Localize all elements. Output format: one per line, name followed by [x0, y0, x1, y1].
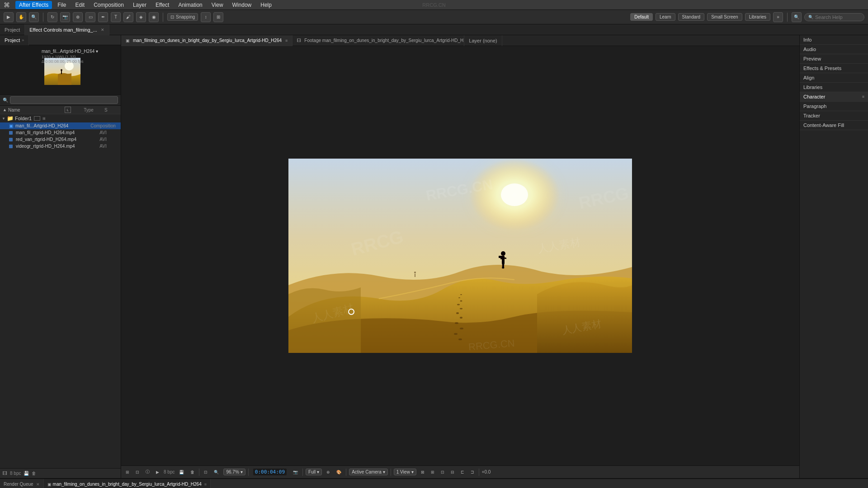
workspace-standard[interactable]: Standard	[678, 13, 705, 21]
toolbar-clone-tool[interactable]: ◈	[136, 12, 146, 22]
col-label-icon[interactable]: L	[65, 107, 71, 113]
timeline-tab-render-queue[interactable]: Render Queue ✕	[0, 479, 44, 488]
rps-align[interactable]: Align	[800, 73, 868, 83]
toolbar-brush-tool[interactable]: 🖌	[123, 12, 133, 22]
toolbar-puppet-tool[interactable]: ◉	[149, 12, 159, 22]
menu-view[interactable]: View	[208, 1, 227, 9]
file-item-mp4-1[interactable]: man_fil_rtgrid-HD_H264.mp4 AVI	[0, 129, 121, 136]
menu-help[interactable]: Help	[257, 1, 275, 9]
toolbar-text-tool[interactable]: T	[111, 12, 121, 22]
vc-color-btn[interactable]: 🎨	[335, 469, 343, 475]
rps-content-aware[interactable]: Content-Aware Fill	[800, 121, 868, 130]
rps-paragraph[interactable]: Paragraph	[800, 102, 868, 111]
project-search-input[interactable]	[10, 96, 118, 104]
rps-character[interactable]: Character ≡	[800, 92, 868, 102]
vc-view-btn6[interactable]: ⊐	[469, 469, 476, 475]
viewer-tab-comp1-close[interactable]: ≡	[285, 38, 288, 43]
toolbar-rotate-tool[interactable]: ↻	[47, 12, 57, 22]
viewer-tab-comp1[interactable]: ▣ man_filming_on_dunes_in_bright_day_by_…	[121, 35, 292, 46]
tab-effect-controls-close[interactable]: ✕	[101, 28, 104, 32]
search-help-input[interactable]	[815, 14, 860, 20]
tab-effect-controls[interactable]: Effect Controls man_filming_... ✕	[25, 24, 109, 35]
col-size-header[interactable]: S	[104, 108, 118, 113]
vc-screen-btn[interactable]: ⊡	[134, 469, 141, 475]
vc-view-btn1[interactable]: ⊠	[419, 469, 426, 475]
toolbar-pen-tool[interactable]: ✒	[98, 12, 108, 22]
vc-cache-btn[interactable]: 💾	[177, 469, 186, 475]
menu-composition[interactable]: Composition	[90, 1, 127, 9]
vc-camera-dropdown[interactable]: Active Camera ▾	[349, 469, 388, 475]
file-item-mp4-2[interactable]: red_van_rtgrid-HD_H264.mp4 AVI	[0, 136, 121, 143]
right-panel: Info Audio Preview Effects & Presets Ali…	[799, 35, 868, 478]
character-hamburger-icon[interactable]: ≡	[862, 94, 864, 99]
toolbar-extra2[interactable]: ⊞	[213, 12, 223, 22]
rps-audio[interactable]: Audio	[800, 45, 868, 54]
vc-zoom-out-btn[interactable]: 🔍	[212, 469, 221, 475]
toolbar-selection-tool[interactable]: ▶	[4, 12, 14, 22]
menu-edit[interactable]: Edit	[71, 1, 88, 9]
vc-trash-btn[interactable]: 🗑	[189, 469, 196, 475]
left-tab-project[interactable]: Project »	[0, 35, 29, 45]
workspace-libraries[interactable]: Libraries	[745, 13, 770, 21]
workspace-default[interactable]: Default	[630, 13, 653, 21]
timeline-tab-comp1[interactable]: ▣ man_filming_on_dunes_in_bright_day_by_…	[44, 479, 211, 488]
viewer-tab-footage[interactable]: 🎞 Footage man_filming_on_dunes_in_bright…	[292, 35, 464, 46]
workspace-more[interactable]: »	[773, 12, 783, 22]
vc-refresh-btn[interactable]: ⊕	[325, 469, 332, 475]
vc-view-value: 1 View	[396, 469, 410, 474]
vc-quality-dropdown[interactable]: Full ▾	[306, 469, 322, 475]
vc-timecode-box[interactable]: 0:00:04:09	[251, 469, 288, 475]
file-item-mp4-3[interactable]: videogr_rtgrid-HD_H264.mp4 AVI	[0, 143, 121, 150]
vc-view-btn5[interactable]: ⊏	[459, 469, 466, 475]
toolbar-camera-tool[interactable]: 📷	[60, 12, 70, 22]
project-bottom-icon1[interactable]: 🎞	[3, 471, 7, 476]
project-bottom-icon2[interactable]: 💾	[24, 471, 29, 476]
viewer-tab-layer[interactable]: Layer (none)	[464, 35, 502, 46]
rps-info[interactable]: Info	[800, 35, 868, 45]
workspace-learn[interactable]: Learn	[656, 13, 675, 21]
vc-grid2-btn[interactable]: ⊡	[202, 469, 209, 475]
toolbar-shape-tool[interactable]: ▭	[85, 12, 95, 22]
project-bottom-icon3[interactable]: 🗑	[32, 471, 36, 476]
svg-rect-2	[61, 70, 62, 74]
apple-logo[interactable]: ⌘	[4, 1, 10, 9]
vc-screenshot-btn[interactable]: 📷	[291, 469, 300, 475]
comp-viewer[interactable]: RRCG.CN RRCG 人人素材 人人素材 人人素材 RRCG RRCG.CN	[121, 46, 799, 465]
rps-effects-presets[interactable]: Effects & Presets	[800, 64, 868, 73]
vc-preview-btn[interactable]: ▶	[154, 469, 161, 475]
rps-libraries[interactable]: Libraries	[800, 83, 868, 92]
file-item-composition[interactable]: ▣ man_fil...Artgrid-HD_H264 Composition	[0, 122, 121, 129]
toolbar-extra1[interactable]: ↕	[201, 12, 211, 22]
menu-animation[interactable]: Animation	[175, 1, 206, 9]
workspace-small-screen[interactable]: Small Screen	[707, 13, 742, 21]
toolbar-snapping[interactable]: ⊡ Snapping	[167, 13, 198, 21]
left-tab-project-pin[interactable]: »	[22, 38, 24, 42]
menu-after-effects[interactable]: After Effects	[15, 1, 52, 9]
vc-sep2	[248, 469, 249, 476]
menu-layer[interactable]: Layer	[129, 1, 150, 9]
tab-project[interactable]: Project	[0, 24, 25, 35]
menu-file[interactable]: File	[54, 1, 70, 9]
rps-preview[interactable]: Preview	[800, 54, 868, 64]
snapping-label: Snapping	[176, 14, 195, 19]
menu-effect[interactable]: Effect	[152, 1, 173, 9]
menu-window[interactable]: Window	[229, 1, 255, 9]
vc-view-dropdown[interactable]: 1 View ▾	[394, 469, 416, 475]
toolbar-anchor-tool[interactable]: ⊕	[73, 12, 83, 22]
vc-zoom-dropdown[interactable]: 96.7% ▾	[223, 469, 245, 475]
vc-info-btn[interactable]: ⓘ	[144, 469, 151, 475]
toolbar-search-icon[interactable]: 🔍	[792, 12, 802, 22]
vc-view-btn2[interactable]: ⊞	[429, 469, 436, 475]
toolbar-zoom-tool[interactable]: 🔍	[29, 12, 39, 22]
render-queue-close[interactable]: ✕	[36, 482, 40, 487]
rps-tracker[interactable]: Tracker	[800, 111, 868, 121]
timeline-tab-comp1-close[interactable]: ≡	[204, 482, 207, 487]
toolbar-hand-tool[interactable]: ✋	[16, 12, 26, 22]
col-sort-icon[interactable]: ▲	[3, 108, 7, 112]
col-name-header[interactable]: Name	[8, 108, 20, 113]
vc-view-btn4[interactable]: ⊟	[449, 469, 456, 475]
col-type-header[interactable]: Type	[73, 108, 104, 113]
vc-view-btn3[interactable]: ⊡	[439, 469, 446, 475]
vc-grid-btn[interactable]: ⊞	[124, 469, 131, 475]
folder-folder1[interactable]: ▼ 📁 Folder1 ⊞	[0, 114, 121, 122]
